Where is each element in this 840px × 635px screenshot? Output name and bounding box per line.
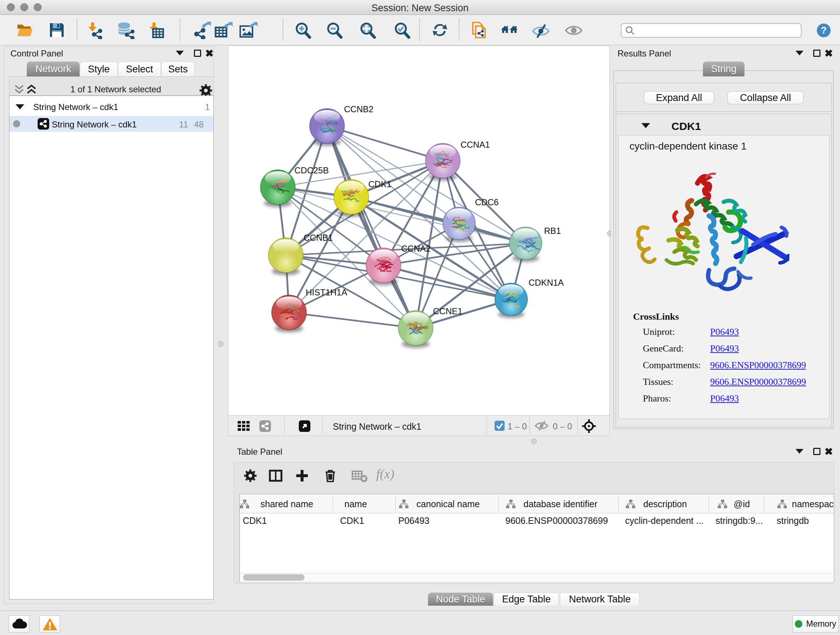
svg-text:CCNE1: CCNE1 [433, 306, 462, 316]
svg-text:CCNB1: CCNB1 [303, 233, 333, 242]
svg-text:CDC25B: CDC25B [294, 165, 329, 175]
svg-text:RB1: RB1 [544, 226, 561, 236]
svg-text:CCNA1: CCNA1 [461, 140, 490, 149]
svg-text:CCNB2: CCNB2 [344, 104, 373, 114]
svg-text:HIST1H1A: HIST1H1A [306, 287, 347, 297]
svg-text:CDC6: CDC6 [475, 197, 499, 207]
svg-text:CDKN1A: CDKN1A [529, 278, 564, 287]
svg-text:CDK1: CDK1 [368, 179, 392, 189]
svg-text:?: ? [821, 25, 827, 36]
svg-text:CCNA2: CCNA2 [401, 244, 431, 253]
